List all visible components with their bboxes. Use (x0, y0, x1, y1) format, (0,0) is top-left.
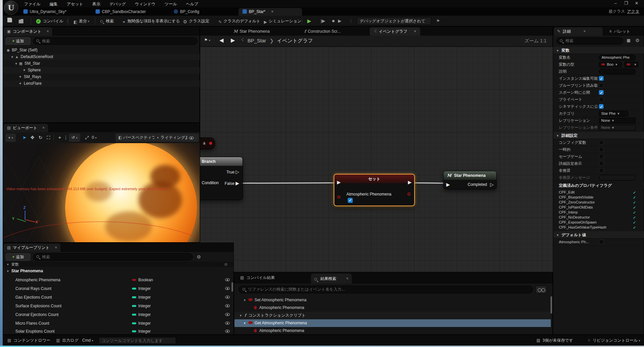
result-row-get-selected[interactable]: ▼Get Atmospheric Phenomena (234, 319, 551, 327)
expand-all-icon[interactable]: ⊙ (224, 262, 227, 267)
branch-false-pin[interactable]: False ▶ (225, 181, 239, 186)
viewport-3d-canvas[interactable]: Video memory has been exhausted (164.113… (3, 143, 200, 242)
close-tab-icon[interactable]: × (583, 29, 586, 34)
diff-button[interactable]: ◧差分 ▾ (73, 16, 89, 26)
close-tab-icon[interactable]: × (55, 245, 57, 250)
maximize-button[interactable]: ❐ (621, 1, 631, 6)
add-variable-button[interactable]: +追加 (6, 253, 30, 261)
bool-value-checkbox[interactable]: ✓ (348, 198, 353, 203)
select-tool-icon[interactable]: ➤ (21, 133, 28, 142)
result-row-pin[interactable]: Atmospheric Phenomena (234, 327, 551, 335)
expand-arrow-icon[interactable]: ▼ (11, 55, 14, 59)
eye-icon[interactable] (225, 278, 230, 281)
tab-event-graph[interactable]: ⠪イベントグラフ × (370, 27, 420, 36)
console-command-input[interactable]: コンソールコマンドを入力します (99, 337, 176, 344)
expand-arrow-icon[interactable]: ▼ (15, 62, 18, 65)
result-row-set[interactable]: ▼Set Atmospheric Phenomena (234, 296, 551, 304)
output-log-button[interactable]: ▥出力ログ (56, 335, 78, 346)
variable-row[interactable]: Surface Explosions Count Integer (3, 302, 233, 310)
add-component-button[interactable]: +追加 (6, 37, 30, 45)
cmd-dropdown[interactable]: Cmd ▾ (82, 335, 93, 346)
tab-ultra-dynamic-sky[interactable]: Ultra_Dynamic_Sky* (23, 8, 66, 16)
tab-my-blueprint[interactable]: ▤マイブループリント × (4, 244, 60, 252)
details-search-input[interactable]: 検索 (556, 37, 623, 44)
instance-editable-checkbox[interactable]: ✓ (599, 76, 604, 81)
display-filter-icon[interactable]: ▦ (627, 38, 630, 43)
tab-palette[interactable]: ≡パレット (609, 29, 630, 34)
tab-compile-results[interactable]: ▤コンパイル結果 (240, 275, 275, 281)
bool-input-pin[interactable] (337, 196, 340, 199)
surface-snap-icon[interactable]: ⌖ (56, 133, 63, 142)
private-checkbox[interactable] (599, 97, 604, 102)
tree-item-bp-star-self[interactable]: ◉BP_Star (Self) (3, 47, 200, 53)
close-tab-icon[interactable]: × (46, 29, 49, 34)
branch-true-pin[interactable]: True ▷ (226, 169, 239, 175)
exec-in-pin[interactable]: ▶ (337, 180, 341, 185)
savegame-checkbox[interactable] (599, 154, 604, 159)
result-row-construction-script[interactable]: ▼fコンストラクションスクリプト (234, 312, 551, 319)
hide-unrelated-button[interactable]: ⚭無関係な項目を非表示にする⋮ (122, 16, 186, 26)
revision-control-button[interactable]: ⑂リビジョンコントロール ▾ (588, 335, 640, 346)
rotation-snap-button[interactable]: ↺ ▾ (69, 133, 80, 142)
exec-out-pin[interactable]: ▶ (408, 180, 412, 185)
play-button[interactable]: ▶ (307, 16, 311, 26)
find-button[interactable]: 検索 (100, 16, 114, 26)
variable-row[interactable]: Solar Eruptions Count Integer (3, 328, 233, 335)
eye-icon[interactable] (225, 296, 230, 299)
tab-bp-star[interactable]: BP_Star* × (238, 8, 302, 16)
completed-exec-pin[interactable]: ▷ (490, 182, 494, 187)
snap-options-icon[interactable]: ⋮ (63, 133, 67, 142)
my-blueprint-search-input[interactable]: 検索 (33, 253, 193, 261)
tab-cbp-sandboxcharacter[interactable]: CBP_SandboxCharacter (96, 8, 146, 16)
camera-menu-button[interactable]: ◖ ▾ (5, 133, 16, 142)
category-dropdown[interactable]: Star Phe (599, 111, 628, 116)
result-row-pin[interactable]: Atmospheric Phenomena (234, 304, 551, 312)
tab-viewport[interactable]: ▤ビューポート × (4, 124, 48, 132)
eye-icon[interactable] (225, 313, 230, 316)
tab-bp-config[interactable]: BP_Config (174, 8, 199, 16)
frame-skip-button[interactable]: |▶ (317, 16, 325, 26)
gear-icon[interactable]: ⚙ (635, 38, 640, 43)
blueprint-readonly-checkbox[interactable] (599, 83, 604, 88)
section-default-value[interactable]: ▼デフォルト値 (553, 231, 644, 239)
bool-pin[interactable] (209, 142, 212, 145)
graph-canvas[interactable]: a Branch True ▷ Condition False ▶ セット ▶ … (200, 47, 553, 299)
eye-icon[interactable] (225, 304, 230, 307)
find-in-blueprints-button[interactable] (535, 286, 547, 294)
class-defaults-button[interactable]: ✎クラスのデフォルト (218, 16, 261, 26)
find-references-input[interactable]: リファレンスの検索に関数またはイベント名を入力... (239, 286, 533, 293)
unsaved-status[interactable]: ▧3個が未保存です (536, 335, 573, 346)
node-set-atmospheric-phenomena[interactable]: セット ▶ ▶ Atmospheric Phenomena ✓ (334, 174, 415, 206)
config-variable-checkbox[interactable] (599, 140, 604, 145)
close-tab-icon[interactable]: × (414, 29, 416, 34)
transient-checkbox[interactable] (599, 147, 604, 152)
variable-row[interactable]: Coronal Ejections Count Integer (3, 310, 233, 319)
variable-row[interactable]: Micro Flares Count Integer (3, 319, 233, 328)
variable-row[interactable]: Coronal Rays Count Integer (3, 284, 233, 293)
replication-dropdown[interactable]: None (599, 118, 636, 123)
simulation-button[interactable]: ▶シミュレーション (264, 16, 301, 26)
play-options-icon[interactable]: ⋮ (347, 16, 353, 26)
eye-icon[interactable] (225, 322, 230, 325)
section-advanced[interactable]: ▼詳細設定 (553, 132, 644, 139)
advanced-display-checkbox[interactable] (599, 161, 604, 166)
tab-components[interactable]: ▣コンポーネント × (4, 27, 52, 36)
close-tab-icon[interactable]: × (346, 276, 348, 281)
breadcrumb[interactable]: BP_Star❯イベントグラフ (248, 38, 313, 44)
exec-in-pin[interactable]: ▶ (446, 182, 450, 187)
scrollbar-thumb[interactable] (231, 282, 233, 292)
expose-on-spawn-checkbox[interactable]: ✓ (599, 90, 604, 95)
variable-row[interactable]: Gas Ejections Count Integer (3, 293, 233, 302)
compile-options-icon[interactable]: ⋮ (65, 19, 69, 23)
minimize-button[interactable]: – (611, 1, 620, 6)
node-get-variable-fragment[interactable]: a (200, 137, 215, 149)
default-value-checkbox[interactable] (599, 240, 604, 244)
scrollbar-thumb[interactable] (550, 296, 552, 314)
browse-button[interactable] (19, 16, 25, 26)
close-tab-icon[interactable]: × (271, 9, 274, 14)
bookmark-flag-button[interactable]: ⚑ ▾ (204, 38, 210, 42)
stop-button[interactable]: ■ (329, 16, 335, 26)
move-tool-icon[interactable]: ✥ (29, 133, 36, 142)
category-star-phenomena[interactable]: ▼Star Phenomena (4, 268, 233, 275)
rotate-tool-icon[interactable]: ↻ (37, 133, 44, 142)
